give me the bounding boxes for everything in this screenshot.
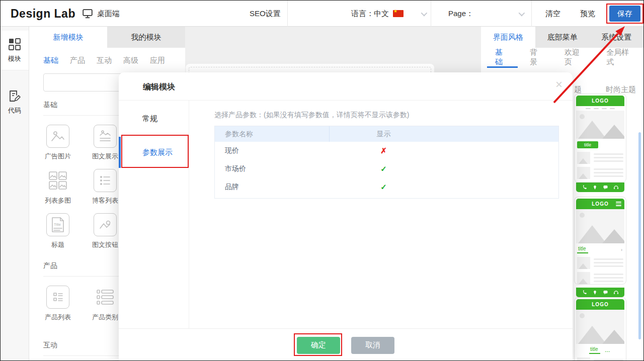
- phone-icon: [582, 290, 587, 295]
- thumb-list-item: [576, 270, 624, 286]
- language-chevron[interactable]: [421, 1, 426, 27]
- topbar-divider: [431, 1, 431, 27]
- module-item-label: 博客列表: [92, 196, 118, 205]
- table-row: 市场价 ✓: [215, 160, 558, 178]
- thumb-hero-image: [576, 111, 624, 139]
- modules-grid-icon: [8, 38, 21, 51]
- module-item-product-list[interactable]: 产品列表: [34, 286, 82, 322]
- module-item-label: 产品列表: [45, 313, 71, 322]
- chevron-down-icon: [421, 10, 428, 16]
- sidebar-item-code[interactable]: 代码: [1, 82, 29, 122]
- parameter-name: 市场价: [215, 164, 330, 173]
- left-icon-sidebar: 模块 代码: [1, 27, 29, 360]
- seo-settings-button[interactable]: SEO设置: [250, 1, 281, 27]
- category-tab-basic[interactable]: 基础: [43, 56, 58, 65]
- image-button-icon: [98, 217, 113, 232]
- chat-icon: [603, 185, 608, 190]
- topbar: Design Lab 桌面端 SEO设置 语言：中文 ★ Page： 清空 预览…: [1, 1, 643, 27]
- thumb-list-item: [576, 150, 624, 165]
- module-item-label: 图文展示: [92, 152, 118, 161]
- theme-thumbnail-2[interactable]: LOGO title ›: [574, 197, 626, 285]
- blog-list-icon: [98, 173, 113, 188]
- tab-my-modules[interactable]: 我的模块: [107, 27, 185, 48]
- topbar-divider: [531, 1, 532, 27]
- modal-body: 常规 参数展示 选择产品参数：(如果没有填写参数值，详情页将不显示该参数) 参数…: [119, 101, 573, 328]
- table-header-row: 参数名称 显示: [215, 126, 558, 142]
- preview-button[interactable]: 预览: [580, 1, 595, 27]
- save-button[interactable]: 保存: [609, 6, 640, 22]
- display-toggle-mark[interactable]: ✗: [330, 146, 438, 155]
- page-chevron[interactable]: [519, 1, 523, 27]
- modal-footer: 确定 取消: [119, 328, 573, 361]
- page-selector[interactable]: Page：: [448, 1, 473, 27]
- more-dots-icon: ...: [605, 348, 611, 353]
- sidebar-item-modules[interactable]: 模块: [1, 31, 29, 70]
- device-switcher[interactable]: 桌面端: [83, 1, 120, 27]
- modal-tab-general[interactable]: 常规: [119, 107, 189, 131]
- close-icon[interactable]: ×: [555, 78, 562, 91]
- thumb-title-row: title ...: [576, 344, 624, 356]
- column-header-display: 显示: [330, 130, 438, 139]
- module-item-multi-image-list[interactable]: 列表多图: [34, 169, 82, 205]
- thumb-list-item: [576, 165, 624, 180]
- category-tab-product[interactable]: 产品: [70, 56, 85, 65]
- category-tab-interaction[interactable]: 互动: [97, 56, 112, 65]
- thumb-title-row: title ›: [576, 243, 624, 255]
- display-toggle-mark[interactable]: ✓: [330, 183, 438, 192]
- module-item-ad-image[interactable]: 广告图片: [34, 125, 82, 161]
- style-sub-tabs: 基础 背景 欢迎页 全局样式: [481, 48, 643, 68]
- category-tab-apps[interactable]: 应用: [150, 56, 165, 65]
- product-list-icon: [50, 290, 65, 305]
- phone-icon: [582, 185, 587, 190]
- parameter-hint: 选择产品参数：(如果没有填写参数值，详情页将不显示该参数): [214, 111, 559, 120]
- chevron-right-icon: ›: [621, 247, 622, 252]
- thumb-nav-dashes: [576, 106, 624, 111]
- subtab-welcome[interactable]: 欢迎页: [556, 48, 594, 68]
- theme-thumbnail-1[interactable]: LOGO title: [574, 94, 626, 183]
- app-logo: Design Lab: [11, 1, 75, 27]
- category-tab-advanced[interactable]: 高级: [123, 56, 138, 65]
- topbar-divider: [287, 1, 288, 27]
- tab-bottom-menu[interactable]: 底部菜单: [535, 27, 590, 48]
- headset-icon: [613, 185, 619, 190]
- module-category-tabs: 基础 产品 互动 高级 应用: [29, 48, 185, 65]
- cancel-button[interactable]: 取消: [351, 337, 394, 354]
- display-toggle-mark[interactable]: ✓: [330, 164, 438, 173]
- title-icon-text: Title: [54, 222, 61, 227]
- right-panel-scrollbar[interactable]: [638, 132, 641, 339]
- tab-system-settings[interactable]: 系统设置: [589, 27, 643, 48]
- thumb-logo: LOGO: [592, 98, 608, 104]
- modal-tab-parameter-display[interactable]: 参数展示: [119, 137, 189, 168]
- thumb-hero-image: [576, 310, 624, 344]
- hamburger-menu-icon: [616, 202, 621, 207]
- parameter-name: 品牌: [215, 183, 330, 192]
- module-item-label: 图文按钮: [92, 240, 118, 249]
- edit-module-modal: 编辑模块 × 常规 参数展示 选择产品参数：(如果没有填写参数值，详情页将不显示…: [119, 72, 573, 361]
- multi-image-list-icon: [48, 171, 67, 190]
- thumb-title-tag: title: [577, 141, 598, 148]
- thumb-footer-bar: [576, 183, 624, 192]
- product-category-icon: [96, 289, 114, 306]
- image-text-icon: [98, 129, 113, 144]
- tab-new-modules[interactable]: 新增模块: [29, 27, 107, 48]
- sidebar-item-label: 模块: [8, 54, 21, 63]
- ad-image-icon: [50, 129, 65, 144]
- language-label: 语言：中文: [351, 9, 389, 19]
- language-selector[interactable]: 语言：中文 ★: [351, 1, 404, 27]
- subtab-basic[interactable]: 基础: [487, 48, 518, 68]
- module-item-title[interactable]: Title 标题: [34, 213, 82, 249]
- title-page-icon: Title: [50, 216, 66, 233]
- parameter-table: 参数名称 显示 现价 ✗ 市场价 ✓ 品牌 ✓: [214, 126, 559, 199]
- subtab-global-style[interactable]: 全局样式: [598, 48, 643, 68]
- subtab-background[interactable]: 背景: [522, 48, 552, 68]
- app-screen: Design Lab 桌面端 SEO设置 语言：中文 ★ Page： 清空 预览…: [0, 0, 644, 361]
- theme-thumbnail-3[interactable]: LOGO title ...: [574, 297, 626, 361]
- tab-interface-style[interactable]: 界面风格: [481, 27, 535, 48]
- thumb-title: title: [577, 246, 588, 253]
- clear-button[interactable]: 清空: [545, 1, 560, 27]
- code-edit-icon: [8, 89, 21, 103]
- confirm-button[interactable]: 确定: [297, 337, 340, 354]
- china-flag-icon: ★: [393, 10, 404, 17]
- thumb-logo: LOGO: [592, 302, 608, 307]
- thumb-footer-bar: [576, 288, 624, 297]
